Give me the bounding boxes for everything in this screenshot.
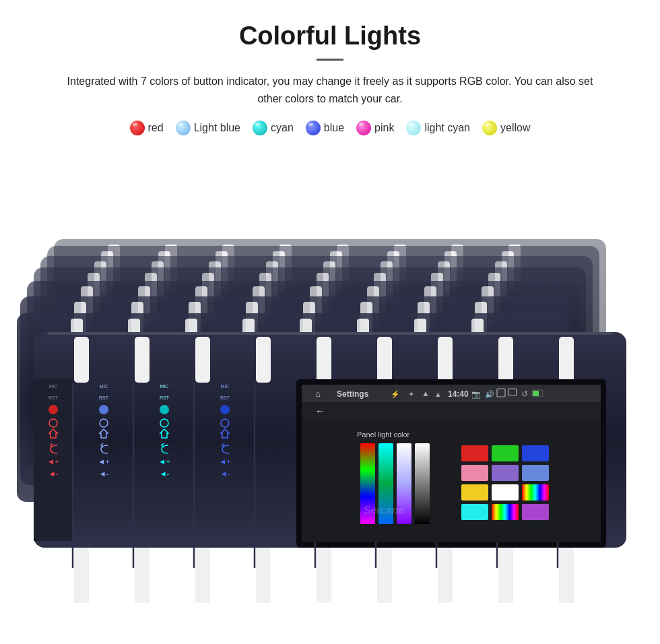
svg-rect-221 [461,504,488,520]
svg-text:MIC: MIC [100,384,108,389]
svg-text:🔊: 🔊 [485,389,494,399]
svg-text:14:40: 14:40 [448,389,469,399]
color-item-cyan: cyan [253,121,294,135]
lightblue-dot [176,121,191,135]
cyan-dot [253,121,267,135]
page-title: Colorful Lights [40,22,620,51]
svg-rect-212 [461,445,488,461]
svg-text:◄+: ◄+ [47,457,59,465]
blue-dot [306,121,321,135]
yellow-dot [482,121,497,135]
title-divider [317,59,343,61]
svg-text:⚡: ⚡ [391,389,400,399]
svg-rect-239 [377,548,392,603]
svg-text:▲: ▲ [422,389,430,398]
svg-rect-218 [461,484,488,501]
svg-rect-213 [492,445,519,461]
svg-text:RST: RST [99,395,109,400]
svg-rect-220 [522,484,549,501]
product-image-area: MIC RST ◄+ ◄- MIC RST [0,165,660,603]
color-label-pink: pink [374,122,394,134]
svg-text:MIC: MIC [221,384,230,389]
svg-text:RST: RST [220,395,230,400]
svg-rect-217 [522,465,549,481]
svg-text:⌂: ⌂ [315,389,321,399]
pink-dot [356,121,371,135]
svg-rect-238 [317,548,331,603]
red-dot [130,121,145,135]
svg-text:MIC: MIC [49,384,58,389]
svg-rect-222 [492,504,519,520]
svg-rect-216 [492,465,519,481]
svg-rect-155 [498,337,513,383]
svg-text:RST: RST [48,395,59,400]
svg-text:✦: ✦ [408,390,414,398]
description-text: Integrated with 7 colors of button indic… [54,73,606,107]
svg-rect-223 [522,504,549,520]
svg-text:←: ← [315,406,325,416]
svg-point-160 [48,405,58,414]
lightcyan-dot [406,121,421,135]
color-label-blue: blue [324,122,344,134]
svg-text:▲: ▲ [434,390,442,398]
svg-text:◄-: ◄- [99,470,109,478]
color-item-red: red [130,121,164,135]
color-item-lightcyan: light cyan [406,121,470,135]
svg-rect-151 [256,337,271,383]
svg-point-176 [160,405,169,414]
svg-point-182 [220,405,230,414]
svg-rect-152 [317,337,331,383]
svg-rect-237 [256,548,271,603]
svg-rect-214 [522,445,549,461]
svg-rect-202 [533,391,539,396]
svg-text:◄+: ◄+ [158,457,170,465]
svg-text:📷: 📷 [471,389,481,399]
svg-text:◄-: ◄- [220,470,230,478]
svg-rect-203 [302,402,601,420]
color-item-blue: blue [306,121,344,135]
svg-text:Seicane: Seicane [364,505,405,516]
svg-text:◄-: ◄- [48,470,59,478]
svg-text:◄-: ◄- [160,470,170,478]
svg-rect-154 [438,337,453,383]
product-svg: MIC RST ◄+ ◄- MIC RST [13,165,647,603]
svg-rect-211 [415,443,430,524]
color-item-pink: pink [356,121,394,135]
svg-text:RST: RST [160,395,170,400]
svg-rect-150 [195,337,210,383]
color-label-cyan: cyan [271,122,294,134]
color-label-lightcyan: light cyan [424,122,470,134]
svg-rect-219 [492,484,519,501]
svg-point-170 [99,405,108,414]
svg-rect-153 [377,337,392,383]
header-section: Colorful Lights Integrated with 7 colors… [0,0,660,165]
color-item-lightblue: Light blue [176,121,240,135]
svg-rect-156 [559,337,574,383]
svg-rect-205 [302,420,601,542]
svg-rect-147 [47,332,613,335]
svg-text:Panel light color: Panel light color [357,430,410,439]
svg-rect-242 [559,548,574,603]
color-label-yellow: yellow [500,122,530,134]
svg-rect-149 [135,337,150,383]
color-item-yellow: yellow [482,121,530,135]
svg-rect-236 [195,548,210,603]
svg-rect-235 [135,548,150,603]
svg-text:◄+: ◄+ [219,457,230,465]
svg-rect-240 [438,548,453,603]
svg-text:MIC: MIC [160,384,169,389]
color-label-lightblue: Light blue [194,122,240,134]
svg-text:↺: ↺ [521,389,528,399]
svg-rect-234 [74,548,89,603]
color-label-red: red [148,122,164,134]
color-list: red Light blue cyan blue pink light cyan [40,121,620,135]
svg-rect-148 [74,337,89,383]
svg-rect-215 [461,465,488,481]
svg-rect-241 [498,548,513,603]
svg-text:◄+: ◄+ [98,457,109,465]
svg-text:Settings: Settings [337,389,369,399]
